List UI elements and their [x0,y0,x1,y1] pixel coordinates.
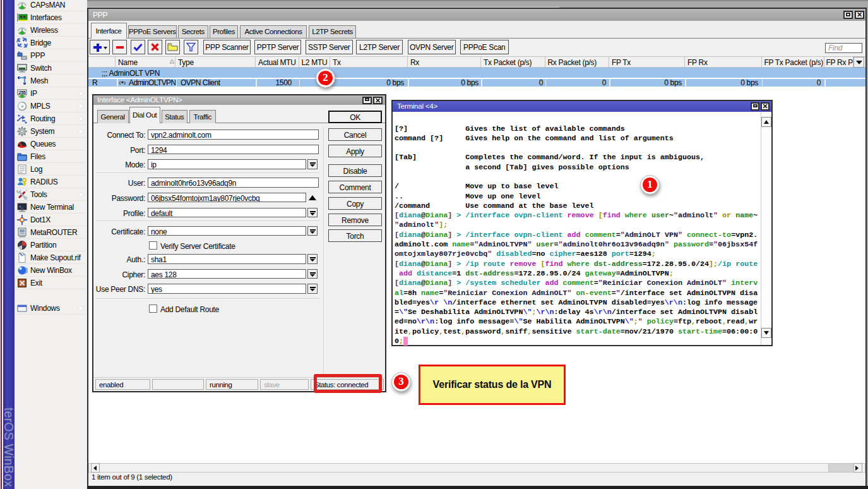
svg-text:>_: >_ [19,205,23,208]
svg-text:255: 255 [19,90,26,95]
